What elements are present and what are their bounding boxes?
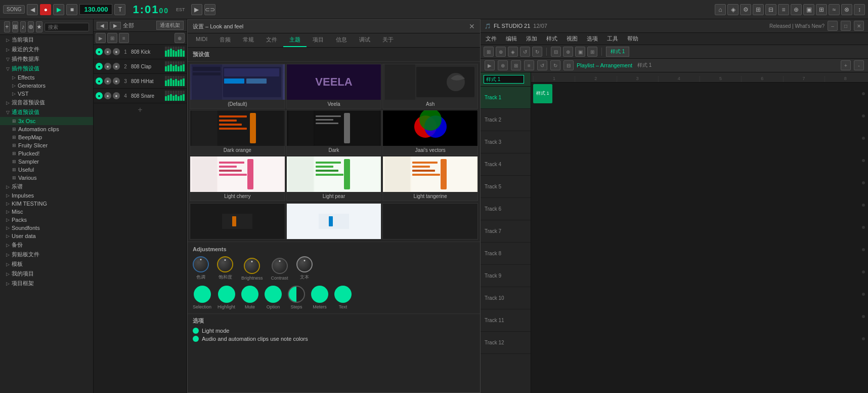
preset-extra-1[interactable] — [190, 203, 285, 240]
sidebar-item-misc[interactable]: ▷ Misc — [0, 208, 93, 216]
menu-edit[interactable]: 编辑 — [504, 34, 519, 44]
sidebar-item-packs[interactable]: ▷ Packs — [0, 216, 93, 224]
option-note-colors-dot[interactable] — [193, 336, 199, 342]
rec-btn[interactable]: ● — [40, 4, 51, 15]
preset-light-tangerine[interactable]: Light tangerine — [382, 156, 478, 201]
playlist-zoom-out[interactable]: - — [854, 60, 864, 70]
color-circle-selection[interactable] — [194, 286, 211, 303]
playlist-toolbar-1[interactable]: ▶ — [485, 60, 495, 70]
playlist-toolbar-4[interactable]: ≡ — [524, 60, 534, 70]
tab-file[interactable]: 文件 — [260, 33, 283, 47]
pl-track-1[interactable]: Track 1 — [481, 87, 531, 109]
fl-toolbar-5[interactable]: ↻ — [532, 47, 542, 57]
sidebar-icon-3[interactable]: ♪ — [20, 21, 26, 32]
toolbar-icon-9[interactable]: ⊞ — [816, 4, 827, 15]
pattern-row-5[interactable] — [531, 172, 868, 194]
sidebar-item-my-projects[interactable]: ▷ 我的项目 — [0, 269, 93, 279]
pattern-row-1[interactable]: 样式 1 — [531, 83, 868, 105]
menu-file[interactable]: 文件 — [484, 34, 499, 44]
pattern-row-6[interactable] — [531, 194, 868, 216]
knob-brightness[interactable] — [244, 258, 260, 274]
pattern-name-display[interactable]: 样式 1 — [606, 47, 629, 57]
fl-toolbar-8[interactable]: ▣ — [575, 47, 585, 57]
fl-toolbar-7[interactable]: ⊕ — [563, 47, 573, 57]
mixer-nav-right[interactable]: ▶ — [110, 22, 121, 29]
tab-audio[interactable]: 音频 — [213, 33, 237, 47]
mixer-toolbar-btn-1[interactable]: ▶ — [96, 33, 106, 43]
playlist-toolbar-3[interactable]: ⊞ — [511, 60, 521, 70]
toolbar-icon-7[interactable]: ⊕ — [791, 4, 802, 15]
sidebar-icon-2[interactable]: ⊞ — [12, 21, 18, 32]
track2-mute-btn[interactable]: ● — [104, 63, 111, 70]
dialog-close-btn[interactable]: ✕ — [469, 22, 475, 30]
knob-contrast[interactable] — [272, 258, 288, 274]
fl-toolbar-6[interactable]: ⊟ — [551, 47, 561, 57]
pattern-tab[interactable]: 样式 1 — [637, 62, 652, 69]
pl-track-10[interactable]: Track 10 — [481, 287, 531, 309]
preset-default[interactable]: (Default) — [190, 64, 285, 109]
pattern-row-11[interactable] — [531, 305, 868, 328]
pl-track-4[interactable]: Track 4 — [481, 153, 531, 176]
track2-active-btn[interactable]: ● — [96, 63, 103, 70]
preset-veela[interactable]: VEELA Veela — [286, 64, 382, 109]
track2-solo-btn[interactable]: ● — [113, 63, 120, 70]
toolbar-icon-8[interactable]: ▣ — [803, 4, 814, 15]
color-circle-option[interactable] — [265, 286, 282, 303]
fl-close-btn[interactable]: ✕ — [854, 21, 864, 31]
mixer-toolbar-btn-2[interactable]: ⊞ — [107, 33, 117, 43]
menu-tools[interactable]: 工具 — [605, 34, 620, 44]
toolbar-icon-4[interactable]: ⊞ — [753, 4, 764, 15]
toolbar-icon-6[interactable]: ≡ — [778, 4, 789, 15]
sidebar-item-automation[interactable]: ⊞ Automation clips — [0, 125, 93, 133]
menu-options[interactable]: 选项 — [585, 34, 600, 44]
color-circle-steps[interactable] — [288, 286, 305, 303]
track2-fader[interactable] — [165, 61, 185, 71]
toolbar-icon-11[interactable]: ⊗ — [841, 4, 852, 15]
preset-dark-orange[interactable]: Dark orange — [190, 110, 285, 155]
menu-style[interactable]: 样式 — [544, 34, 559, 44]
color-circle-mute[interactable] — [241, 286, 258, 303]
track4-fader[interactable] — [165, 91, 185, 101]
knob-saturation[interactable] — [217, 256, 233, 272]
playlist-toolbar-6[interactable]: ↻ — [550, 60, 560, 70]
tab-project[interactable]: 项目 — [307, 33, 330, 47]
pl-track-8[interactable]: Track 8 — [481, 243, 531, 265]
pattern-row-8[interactable] — [531, 239, 868, 261]
playlist-zoom-in[interactable]: + — [841, 60, 851, 70]
track3-mute-btn[interactable]: ● — [104, 77, 111, 85]
sidebar-item-clipboard[interactable]: ▷ 剪贴板文件 — [0, 250, 93, 259]
sidebar-item-various[interactable]: ⊞ Various — [0, 174, 93, 182]
sidebar-item-soundfonts[interactable]: ▷ Soundfonts — [0, 224, 93, 232]
sidebar-item-sampler[interactable]: ⊞ Sampler — [0, 158, 93, 166]
fl-min-btn[interactable]: – — [828, 21, 838, 31]
pattern-row-2[interactable] — [531, 105, 868, 127]
sidebar-item-effects[interactable]: ▷ Effects — [0, 73, 93, 82]
toolbar-icon-10[interactable]: ≈ — [829, 4, 840, 15]
sidebar-item-recent-files[interactable]: ▷ 最近的文件 — [0, 45, 93, 54]
pattern-row-12[interactable] — [531, 328, 868, 350]
track3-solo-btn[interactable]: ● — [113, 77, 120, 85]
tab-midi[interactable]: MIDI — [190, 33, 213, 47]
pl-track-12[interactable]: Track 12 — [481, 332, 531, 354]
pl-track-3[interactable]: Track 3 — [481, 131, 531, 153]
menu-add[interactable]: 添加 — [524, 34, 539, 44]
pattern-row-3[interactable] — [531, 127, 868, 149]
stop-btn[interactable]: ■ — [66, 4, 77, 15]
mixer-toolbar-btn-4[interactable]: ⊕ — [175, 33, 185, 43]
option-light-mode-dot[interactable] — [193, 328, 199, 334]
sidebar-item-plugin-presets[interactable]: ▽ 插件预设值 — [0, 64, 93, 73]
mixer-toolbar-btn-3[interactable]: ≡ — [119, 33, 129, 43]
sidebar-item-beepmap[interactable]: ⊞ BeepMap — [0, 133, 93, 141]
track4-mute-btn[interactable]: ● — [104, 92, 111, 99]
pattern-row-9[interactable] — [531, 261, 868, 283]
track1-fader[interactable] — [165, 47, 185, 57]
playlist-toolbar-5[interactable]: ↺ — [537, 60, 547, 70]
sidebar-item-channel-presets[interactable]: ▽ 通道预设值 — [0, 107, 93, 117]
knob-hue[interactable] — [193, 256, 209, 272]
track4-solo-btn[interactable]: ● — [113, 92, 120, 99]
preset-light-cherry[interactable]: Light cherry — [190, 156, 285, 201]
search-input[interactable] — [45, 23, 89, 31]
fl-toolbar-2[interactable]: ⊕ — [496, 47, 506, 57]
tab-debug[interactable]: 调试 — [353, 33, 376, 47]
tab-theme[interactable]: 主题 — [283, 33, 307, 47]
